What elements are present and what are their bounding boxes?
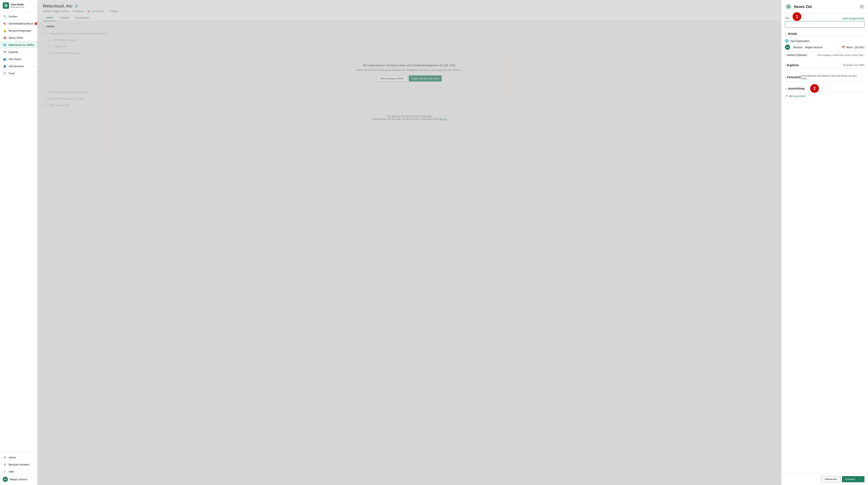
question-icon: ? — [3, 469, 7, 474]
sidebar-item-label: Explorer — [9, 51, 18, 54]
ziel-ausrichten-label: Ziel ausrichten — [789, 94, 805, 97]
fortschritt-section: › Fortschritt Automatisches Aktualisiere… — [785, 73, 864, 82]
fortschritt-left: › Fortschritt — [785, 76, 801, 79]
sidebar-item-label: Benutzer einladen — [9, 463, 29, 466]
align-icon: ↗ — [785, 94, 787, 98]
sidebar-item-alle-benutzer[interactable]: 👤 Alle Benutzer › — [0, 63, 37, 70]
wann-label: Wann: — [846, 46, 854, 49]
type-row[interactable]: 🌐 Typ:Organisation — [785, 39, 864, 42]
weitere-optionen-detail: Nicht delegiert • Jeder kann sehen • Kei… — [817, 54, 864, 56]
svg-point-5 — [788, 6, 789, 7]
sidebar-item-schnellstart[interactable]: 🔖 Schnellstarthandbuch 4 — [0, 20, 37, 27]
people-icon: 👥 — [3, 57, 7, 61]
create-button[interactable]: Erstellen — [842, 476, 858, 482]
ergebnis-label: Ergebnis — [787, 64, 799, 67]
chevron-right-icon: › — [34, 51, 34, 53]
details-section-header[interactable]: ⌄ Details — [785, 31, 864, 37]
target-panel-icon — [785, 3, 792, 10]
owner-avatar: AJ — [785, 45, 790, 50]
sidebar-item-label: Alle Benutzer — [9, 65, 24, 68]
sidebar-item-suchen[interactable]: 🔍 Suchen — [0, 13, 37, 20]
chevron-right-icon: › — [34, 58, 34, 60]
chevron-right-icon: › — [785, 54, 786, 56]
owner-value[interactable]: Abigail Jackson — [805, 46, 823, 49]
ausrichtung-body: ↗ Ziel ausrichten — [785, 94, 864, 98]
app-name: Viva Goals — [11, 3, 33, 6]
mail-icon: ✉ — [3, 462, 7, 466]
see-example-link[interactable]: Siehe Beispiel-OKRs — [842, 17, 864, 20]
type-value: Typ:Organisation — [790, 39, 810, 42]
sidebar-item-label: Hilfe — [9, 470, 14, 473]
compass-icon: 🗺 — [3, 50, 7, 54]
details-grid: 🌐 Typ:Organisation AJ Besitzer: Abigail … — [785, 39, 864, 58]
panel-footer: Abbrechen Erstellen ⌄ — [781, 473, 868, 485]
close-button[interactable]: × — [859, 4, 864, 9]
sidebar-item-feed[interactable]: ☰ Feed — [0, 70, 37, 77]
details-section: ⌄ Details 🌐 Typ:Organisation AJ Besitzer… — [785, 31, 864, 58]
sidebar-item-user[interactable]: AJ Abigail Jackson — [0, 475, 37, 483]
create-button-group: Erstellen ⌄ — [842, 476, 864, 482]
ausrichtung-section: 2 ⌄ Ausrichtung ↗ Ziel ausrichten — [785, 86, 864, 98]
sidebar-nav: 🔍 Suchen 🔖 Schnellstarthandbuch 4 🔔 Bena… — [0, 11, 37, 452]
sidebar-header[interactable]: Viva Goals Relecloud, Inc ⌄ — [0, 0, 37, 11]
search-icon: 🔍 — [3, 15, 7, 18]
ausrichtung-header[interactable]: ⌄ Ausrichtung — [785, 86, 864, 91]
new-goal-panel: 1 Neues Ziel × Titel Siehe Beispiel-OKRs… — [781, 0, 868, 485]
feed-icon: ☰ — [3, 71, 7, 75]
ergebnis-section: › Ergebnis Erreichen von 100% — [785, 62, 864, 69]
weitere-optionen-row[interactable]: › Weitere Optionen Nicht delegiert • Jed… — [785, 52, 864, 58]
wann-group[interactable]: 📅 Wann: Q4 2022 — [842, 46, 864, 49]
settings-icon: ⚙ — [3, 455, 7, 459]
wann-value: Q4 2022 — [855, 46, 864, 49]
sidebar-item-label: Admin — [9, 456, 16, 459]
sidebar-item-benutzer-einladen[interactable]: ✉ Benutzer einladen — [0, 461, 37, 468]
ergebnis-row[interactable]: › Ergebnis Erreichen von 100% — [785, 62, 864, 69]
globe-type-icon: 🌐 — [785, 39, 789, 42]
org-name: Relecloud, Inc — [11, 6, 33, 8]
ergebnis-left: › Ergebnis — [785, 64, 799, 67]
calendar-icon: 📅 — [842, 46, 845, 49]
book-icon: 🔖 — [3, 22, 7, 26]
chevron-down-icon: ⌄ — [785, 87, 787, 90]
sidebar: Viva Goals Relecloud, Inc ⌄ 🔍 Suchen 🔖 S… — [0, 0, 37, 485]
sidebar-item-label: Alle Teams — [9, 58, 21, 61]
weitere-optionen-label: Weitere Optionen — [787, 54, 807, 56]
owner-wann-row: AJ Besitzer: Abigail Jackson 📅 Wann: Q4 … — [785, 45, 864, 50]
sidebar-item-explorer[interactable]: 🗺 Explorer › — [0, 48, 37, 56]
panel-title: Neues Ziel — [794, 5, 857, 9]
chevron-right-icon: › — [34, 65, 34, 67]
sidebar-item-relecloud-okrs[interactable]: 🌐 Relecloud, Inc OKRs — [0, 41, 37, 48]
fortschritt-label: Fortschritt — [787, 76, 801, 79]
badge: 4 — [34, 22, 37, 25]
avatar: AJ — [3, 477, 8, 482]
sidebar-item-admin[interactable]: ⚙ Admin — [0, 454, 37, 461]
fortschritt-row[interactable]: › Fortschritt Automatisches Aktualisiere… — [785, 73, 864, 82]
globe-icon: 🌐 — [3, 43, 7, 47]
chevron-right-icon: › — [785, 64, 786, 66]
sidebar-item-meine-okrs[interactable]: 🎯 Meine OKRs — [0, 34, 37, 41]
sidebar-item-label: Schnellstarthandbuch — [9, 22, 33, 25]
target-icon: 🎯 — [3, 36, 7, 40]
sidebar-item-label: Suchen — [9, 15, 18, 18]
sidebar-footer: ⚙ Admin ✉ Benutzer einladen ? Hilfe AJ A… — [0, 452, 37, 485]
cancel-button[interactable]: Abbrechen — [822, 476, 841, 482]
panel-body: Titel Siehe Beispiel-OKRs ⌄ Details 🌐 Ty… — [781, 13, 868, 473]
bell-icon: 🔔 — [3, 29, 7, 33]
sidebar-item-hilfe[interactable]: ? Hilfe — [0, 468, 37, 475]
chevron-down-icon: ⌄ — [33, 4, 34, 7]
ziel-ausrichten-link[interactable]: ↗ Ziel ausrichten — [785, 94, 864, 98]
title-input[interactable] — [785, 21, 864, 27]
owner-label: Besitzer: — [793, 46, 803, 49]
svg-point-2 — [6, 5, 6, 6]
overlay — [37, 0, 781, 485]
ergebnis-right: Erreichen von 100% — [843, 64, 864, 66]
sidebar-item-label: Meine OKRs — [9, 36, 23, 39]
panel-header: Neues Ziel × — [781, 0, 868, 13]
sidebar-item-benachrichtigungen[interactable]: 🔔 Benachrichtigungen — [0, 27, 37, 34]
main-content: Relecloud, Inc 🔗 Besitzer: Abigail Jacks… — [37, 0, 781, 485]
title-field-label: Titel — [785, 17, 789, 20]
sidebar-item-alle-teams[interactable]: 👥 Alle Teams › — [0, 56, 37, 63]
create-chevron-button[interactable]: ⌄ — [858, 476, 864, 482]
app-logo — [3, 2, 9, 9]
chevron-down-icon: ⌄ — [785, 32, 787, 35]
